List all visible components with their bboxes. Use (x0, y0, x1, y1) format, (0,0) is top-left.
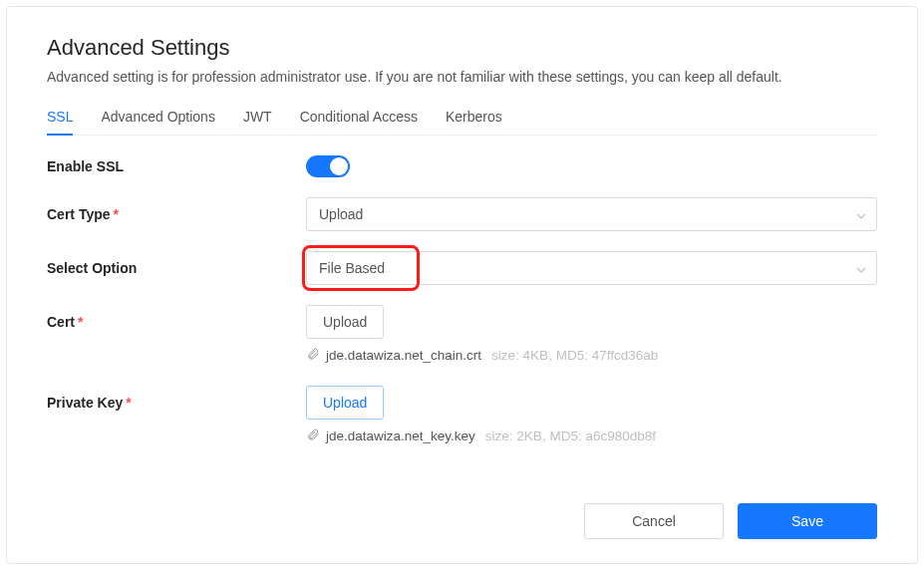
private-key-upload-button[interactable]: Upload (306, 386, 384, 420)
page-subtitle: Advanced setting is for profession admin… (47, 69, 877, 85)
row-private-key: Private Key* Upload (47, 386, 877, 420)
enable-ssl-switch[interactable] (306, 155, 350, 177)
row-cert: Cert* Upload (47, 305, 877, 339)
cert-type-select[interactable]: Upload (306, 197, 877, 231)
tab-conditional-access[interactable]: Conditional Access (300, 109, 418, 135)
page-title: Advanced Settings (47, 35, 877, 61)
cancel-button[interactable]: Cancel (584, 503, 724, 539)
tab-jwt[interactable]: JWT (243, 109, 272, 135)
label-enable-ssl: Enable SSL (47, 158, 306, 174)
required-asterisk: * (78, 314, 83, 330)
save-button[interactable]: Save (738, 503, 877, 539)
tab-advanced-options[interactable]: Advanced Options (101, 109, 214, 135)
switch-knob (330, 157, 348, 175)
advanced-settings-panel: Advanced Settings Advanced setting is fo… (6, 6, 918, 564)
label-private-key: Private Key* (47, 395, 306, 411)
chevron-down-icon (856, 260, 866, 276)
cert-type-value: Upload (319, 206, 363, 222)
cert-file-meta: size: 4KB, MD5: 47ffcd36ab (491, 348, 658, 363)
private-key-file-meta: size: 2KB, MD5: a6c980db8f (485, 428, 656, 443)
required-asterisk: * (126, 395, 131, 411)
cert-file-info: jde.datawiza.net_chain.crt size: 4KB, MD… (306, 347, 877, 364)
private-key-file-info: jde.datawiza.net_key.key size: 2KB, MD5:… (306, 428, 877, 444)
tab-kerberos[interactable]: Kerberos (446, 109, 502, 135)
row-cert-type: Cert Type* Upload (47, 197, 877, 231)
row-enable-ssl: Enable SSL (47, 155, 877, 177)
label-cert-type: Cert Type* (47, 206, 306, 222)
select-option-select[interactable]: File Based (306, 251, 877, 285)
label-select-option: Select Option (47, 260, 306, 276)
select-option-value: File Based (319, 260, 385, 276)
cert-upload-button[interactable]: Upload (306, 305, 384, 339)
button-row: Cancel Save (584, 503, 877, 539)
chevron-down-icon (856, 206, 866, 222)
required-asterisk: * (114, 206, 119, 222)
paperclip-icon (306, 347, 320, 364)
label-cert: Cert* (47, 314, 306, 330)
tabs: SSL Advanced Options JWT Conditional Acc… (47, 109, 877, 136)
private-key-filename: jde.datawiza.net_key.key (326, 428, 475, 443)
cert-filename: jde.datawiza.net_chain.crt (326, 348, 481, 363)
tab-ssl[interactable]: SSL (47, 109, 73, 135)
row-select-option: Select Option File Based (47, 251, 877, 285)
paperclip-icon (306, 428, 320, 444)
